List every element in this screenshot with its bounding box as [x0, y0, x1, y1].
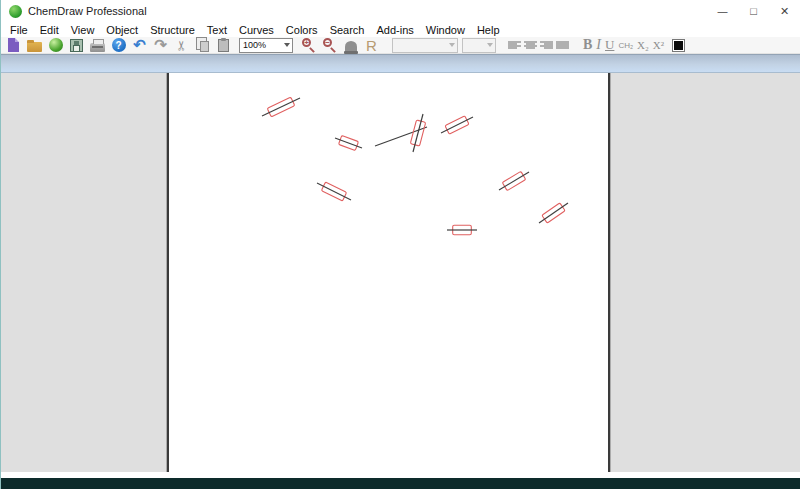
open-folder-icon: [27, 42, 42, 52]
minimize-button[interactable]: —: [707, 0, 738, 22]
cut-button[interactable]: ✂: [173, 37, 190, 53]
formula-button[interactable]: CH₂: [618, 41, 633, 50]
paste-button[interactable]: [215, 37, 232, 53]
save-icon: [70, 39, 83, 52]
document-ribbon-strip: [1, 54, 800, 73]
align-center-button[interactable]: [524, 40, 537, 51]
paste-icon: [218, 39, 229, 52]
menu-view[interactable]: View: [65, 24, 101, 36]
new-document-button[interactable]: [5, 37, 22, 53]
redo-icon: ↷: [154, 38, 167, 52]
stamp-button[interactable]: [342, 37, 359, 53]
menu-search[interactable]: Search: [324, 24, 371, 36]
help-icon: ?: [112, 38, 126, 52]
underline-button[interactable]: U: [605, 37, 614, 53]
menu-add-ins[interactable]: Add-ins: [370, 24, 419, 36]
menu-help[interactable]: Help: [471, 24, 506, 36]
print-icon: [90, 43, 105, 52]
chemdraw-window: ChemDraw Professional — □ ✕ File Edit Vi…: [0, 0, 800, 489]
chevron-down-icon: [484, 39, 495, 52]
menu-structure[interactable]: Structure: [144, 24, 201, 36]
close-button[interactable]: ✕: [769, 0, 800, 22]
align-right-button[interactable]: [540, 40, 553, 51]
scissors-icon: ✂: [174, 40, 189, 51]
zoom-in-button[interactable]: +: [300, 37, 317, 53]
menu-file[interactable]: File: [4, 24, 34, 36]
bold-button[interactable]: B: [583, 37, 592, 53]
menu-window[interactable]: Window: [420, 24, 471, 36]
zoom-out-button[interactable]: −: [321, 37, 338, 53]
window-controls: — □ ✕: [707, 0, 800, 22]
menu-curves[interactable]: Curves: [233, 24, 280, 36]
maximize-button[interactable]: □: [738, 0, 769, 22]
document-page[interactable]: [167, 73, 610, 472]
menu-colors[interactable]: Colors: [280, 24, 324, 36]
r-group-button[interactable]: R: [363, 37, 380, 53]
app-logo-icon: [9, 5, 22, 18]
superscript-button[interactable]: X²: [653, 39, 664, 51]
chevron-down-icon[interactable]: [281, 39, 292, 52]
r-group-icon: R: [366, 38, 377, 53]
undo-icon: ↶: [133, 38, 146, 52]
color-swatch[interactable]: [672, 39, 685, 52]
open-templates-button[interactable]: [47, 37, 64, 53]
menu-text[interactable]: Text: [201, 24, 233, 36]
standard-toolbar: ? ↶ ↷ ✂ 100% + − R: [1, 37, 800, 54]
align-justify-button[interactable]: [556, 40, 569, 51]
drawing-workspace[interactable]: [1, 73, 800, 472]
zoom-in-icon: +: [301, 38, 316, 53]
zoom-value: 100%: [240, 40, 281, 50]
undo-button[interactable]: ↶: [131, 37, 148, 53]
menu-bar: File Edit View Object Structure Text Cur…: [1, 22, 800, 37]
redo-button[interactable]: ↷: [152, 37, 169, 53]
open-button[interactable]: [26, 37, 43, 53]
new-document-icon: [8, 38, 19, 52]
font-size-combobox[interactable]: [462, 38, 496, 53]
stamp-icon: [345, 41, 357, 52]
menu-edit[interactable]: Edit: [34, 24, 65, 36]
alignment-group: [508, 40, 569, 51]
font-family-combobox[interactable]: [392, 38, 458, 53]
help-button[interactable]: ?: [110, 37, 127, 53]
copy-button[interactable]: [194, 37, 211, 53]
italic-button[interactable]: I: [596, 37, 601, 53]
save-button[interactable]: [68, 37, 85, 53]
subscript-button[interactable]: X₂: [637, 39, 649, 51]
status-bar: [1, 478, 800, 489]
zoom-out-icon: −: [322, 38, 337, 53]
chevron-down-icon: [446, 39, 457, 52]
copy-icon: [200, 41, 209, 52]
window-title: ChemDraw Professional: [28, 5, 147, 17]
align-left-button[interactable]: [508, 40, 521, 51]
print-button[interactable]: [89, 37, 106, 53]
minus-glyph: −: [323, 38, 332, 47]
zoom-combobox[interactable]: 100%: [239, 38, 293, 53]
plus-glyph: +: [302, 38, 311, 47]
menu-object[interactable]: Object: [100, 24, 144, 36]
globe-icon: [49, 38, 63, 52]
title-bar: ChemDraw Professional — □ ✕: [1, 0, 800, 22]
